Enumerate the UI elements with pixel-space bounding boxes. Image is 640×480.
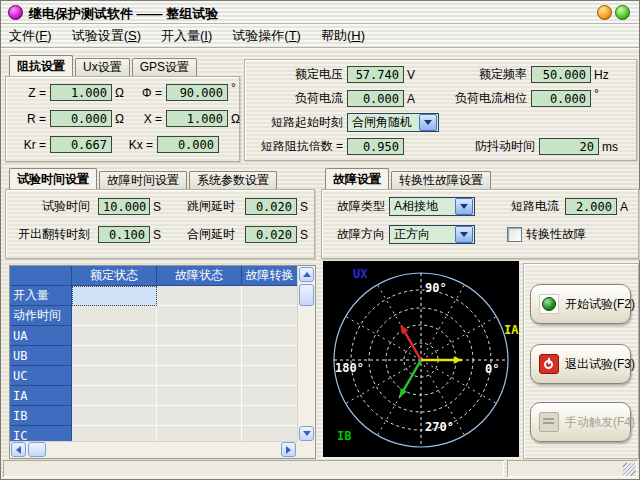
menu-test-operation[interactable]: 试验操作(T): [224, 25, 313, 47]
table-row: IB: [10, 406, 298, 426]
scroll-right-button[interactable]: [281, 442, 296, 457]
manual-trigger-label: 手动触发(F4): [565, 414, 635, 431]
phasor-label-ib: IB: [337, 429, 351, 443]
selected-cell[interactable]: [72, 286, 157, 306]
tab-system-param-settings[interactable]: 系统参数设置: [189, 171, 277, 189]
column-header[interactable]: 故障转换: [242, 266, 298, 286]
convert-fault-checkbox[interactable]: [507, 227, 522, 242]
table-cell[interactable]: [72, 306, 157, 326]
short-current-unit: A: [620, 200, 628, 214]
tab-fault-time-settings[interactable]: 故障时间设置: [99, 171, 187, 189]
debounce-label: 防抖动时间: [404, 138, 535, 155]
load-current-field[interactable]: 0.000: [347, 90, 404, 107]
impedance-mult-label: 短路阻抗倍数 =: [245, 138, 343, 155]
short-start-value: 合闸角随机: [348, 114, 418, 131]
horizontal-scrollbar[interactable]: [10, 441, 298, 458]
table-cell[interactable]: [157, 366, 242, 386]
table-row: 开入量: [10, 286, 298, 306]
horizontal-scroll-thumb[interactable]: [28, 442, 46, 457]
kr-field[interactable]: 0.667: [50, 136, 112, 153]
column-header[interactable]: 故障状态: [157, 266, 242, 286]
menu-input-quantity[interactable]: 开入量(I): [153, 25, 224, 47]
phi-label: Φ =: [130, 86, 162, 100]
table-cell[interactable]: [242, 386, 298, 406]
table-cell[interactable]: [72, 346, 157, 366]
column-header[interactable]: 额定状态: [72, 266, 157, 286]
tab-ux-settings[interactable]: Ux设置: [75, 58, 130, 76]
impedance-mult-field[interactable]: 0.950: [347, 138, 404, 155]
load-phase-field[interactable]: 0.000: [531, 90, 591, 107]
phi-field[interactable]: 90.000: [166, 84, 228, 101]
table-cell[interactable]: [72, 386, 157, 406]
scroll-up-button[interactable]: [299, 267, 314, 282]
table-cell[interactable]: [157, 426, 242, 442]
kx-field[interactable]: 0.000: [157, 136, 219, 153]
scroll-left-button[interactable]: [11, 442, 26, 457]
start-test-button[interactable]: 开始试验(F2): [530, 284, 631, 324]
fault-type-combo[interactable]: A相接地: [389, 197, 475, 216]
menu-file[interactable]: 文件(F): [1, 25, 64, 47]
rated-frequency-field[interactable]: 50.000: [531, 66, 591, 83]
r-field[interactable]: 0.000: [50, 110, 112, 127]
table-cell[interactable]: [157, 286, 242, 306]
phasor-label-ia: IA: [504, 323, 518, 337]
x-field[interactable]: 1.000: [166, 110, 228, 127]
table-cell[interactable]: [242, 406, 298, 426]
table-cell[interactable]: [157, 346, 242, 366]
tab-fault-settings[interactable]: 故障设置: [325, 168, 389, 189]
chevron-down-icon[interactable]: [419, 114, 437, 131]
menu-help[interactable]: 帮助(H): [313, 25, 377, 47]
manual-trigger-button: 手动触发(F4): [530, 402, 631, 442]
table-cell[interactable]: [72, 406, 157, 426]
rated-frequency-unit: Hz: [594, 68, 609, 82]
fault-direction-combo[interactable]: 正方向: [389, 225, 475, 244]
z-field[interactable]: 1.000: [50, 84, 112, 101]
table-cell[interactable]: [157, 326, 242, 346]
flip-time-field[interactable]: 0.100: [98, 226, 150, 243]
tab-test-time-settings[interactable]: 试验时间设置: [9, 168, 97, 189]
tab-convert-fault-settings[interactable]: 转换性故障设置: [391, 171, 491, 189]
convert-fault-label: 转换性故障: [526, 226, 586, 243]
debounce-field[interactable]: 20: [539, 138, 599, 155]
resize-grip[interactable]: [623, 463, 636, 476]
chevron-down-icon[interactable]: [455, 198, 473, 215]
minimize-button[interactable]: [597, 5, 612, 20]
start-test-label: 开始试验(F2): [565, 296, 635, 313]
debounce-unit: ms: [602, 140, 618, 154]
table-cell[interactable]: [242, 306, 298, 326]
table-cell[interactable]: [72, 426, 157, 442]
menu-test-settings[interactable]: 试验设置(S): [64, 25, 153, 47]
table-cell[interactable]: [72, 326, 157, 346]
table-cell[interactable]: [242, 366, 298, 386]
table-cell[interactable]: [242, 326, 298, 346]
angle-label-270: 270°: [425, 420, 454, 434]
table-cell[interactable]: [157, 386, 242, 406]
vertical-scroll-thumb[interactable]: [299, 284, 314, 306]
table-cell[interactable]: [157, 406, 242, 426]
vertical-scrollbar[interactable]: [297, 266, 315, 442]
table-row: IA: [10, 386, 298, 406]
tab-gps-settings[interactable]: GPS设置: [132, 58, 197, 76]
z-label: Z =: [12, 86, 46, 100]
fault-type-value: A相接地: [390, 198, 454, 215]
close-delay-field[interactable]: 0.020: [245, 226, 297, 243]
trip-delay-field[interactable]: 0.020: [245, 198, 297, 215]
title-bar[interactable]: 继电保护测试软件 —— 整组试验: [1, 1, 639, 24]
short-current-field[interactable]: 2.000: [565, 198, 617, 215]
short-start-combo[interactable]: 合闸角随机: [347, 113, 439, 132]
table-cell[interactable]: [72, 366, 157, 386]
test-time-label: 试验时间: [6, 198, 90, 215]
close-button[interactable]: [615, 5, 630, 20]
exit-test-button[interactable]: 退出试验(F3): [530, 344, 631, 384]
scroll-down-button[interactable]: [299, 426, 314, 441]
table-cell[interactable]: [157, 306, 242, 326]
table-cell[interactable]: [242, 286, 298, 306]
test-time-unit: S: [153, 200, 161, 214]
chevron-down-icon[interactable]: [455, 226, 473, 243]
rated-voltage-field[interactable]: 57.740: [347, 66, 404, 83]
table-cell[interactable]: [242, 346, 298, 366]
tab-impedance-settings[interactable]: 阻抗设置: [9, 55, 73, 76]
table-cell[interactable]: [242, 426, 298, 442]
time-panel: 试验时间 10.000 S 跳闸延时 0.020 S 开出翻转时刻 0.100 …: [5, 189, 315, 259]
test-time-field[interactable]: 10.000: [98, 198, 150, 215]
